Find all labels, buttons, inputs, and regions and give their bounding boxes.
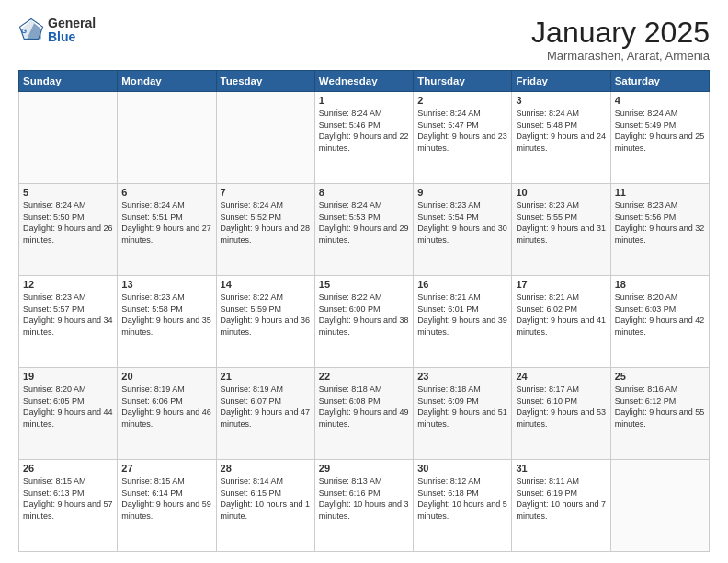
daylight-text: Daylight: 10 hours and 5 minutes.	[417, 499, 507, 522]
day-info: Sunrise: 8:23 AMSunset: 5:57 PMDaylight:…	[23, 292, 113, 338]
daylight-text: Daylight: 10 hours and 3 minutes.	[319, 499, 409, 522]
day-number: 30	[417, 463, 507, 474]
daylight-text: Daylight: 9 hours and 29 minutes.	[319, 223, 409, 246]
day-info: Sunrise: 8:24 AMSunset: 5:51 PMDaylight:…	[121, 200, 211, 246]
title-block: January 2025 Marmarashen, Ararat, Armeni…	[531, 17, 710, 63]
day-info: Sunrise: 8:23 AMSunset: 5:55 PMDaylight:…	[516, 200, 606, 246]
day-cell-14: 14Sunrise: 8:22 AMSunset: 5:59 PMDayligh…	[216, 276, 314, 368]
day-number: 23	[417, 371, 507, 382]
daylight-text: Daylight: 10 hours and 7 minutes.	[516, 499, 606, 522]
sunset-text: Sunset: 6:09 PM	[417, 396, 507, 408]
month-title: January 2025	[531, 17, 710, 49]
weekday-header-wednesday: Wednesday	[314, 71, 413, 92]
day-info: Sunrise: 8:13 AMSunset: 6:16 PMDaylight:…	[319, 476, 409, 522]
calendar: SundayMondayTuesdayWednesdayThursdayFrid…	[18, 70, 710, 552]
sunrise-text: Sunrise: 8:15 AM	[23, 476, 113, 488]
day-info: Sunrise: 8:18 AMSunset: 6:08 PMDaylight:…	[319, 384, 409, 430]
day-info: Sunrise: 8:14 AMSunset: 6:15 PMDaylight:…	[221, 476, 311, 522]
sunset-text: Sunset: 6:10 PM	[516, 396, 606, 408]
daylight-text: Daylight: 9 hours and 53 minutes.	[516, 407, 606, 430]
sunset-text: Sunset: 5:56 PM	[615, 212, 705, 224]
sunrise-text: Sunrise: 8:24 AM	[23, 200, 113, 212]
sunrise-text: Sunrise: 8:24 AM	[417, 108, 507, 120]
sunset-text: Sunset: 6:06 PM	[121, 396, 211, 408]
sunset-text: Sunset: 5:59 PM	[221, 304, 311, 316]
weekday-header-monday: Monday	[118, 71, 216, 92]
day-cell-15: 15Sunrise: 8:22 AMSunset: 6:00 PMDayligh…	[314, 276, 413, 368]
weekday-header-saturday: Saturday	[610, 71, 709, 92]
day-cell-28: 28Sunrise: 8:14 AMSunset: 6:15 PMDayligh…	[216, 460, 314, 552]
day-number: 13	[121, 279, 211, 290]
day-number: 3	[516, 95, 606, 106]
day-cell-21: 21Sunrise: 8:19 AMSunset: 6:07 PMDayligh…	[216, 368, 314, 460]
sunrise-text: Sunrise: 8:23 AM	[615, 200, 705, 212]
sunrise-text: Sunrise: 8:22 AM	[319, 292, 409, 304]
sunrise-text: Sunrise: 8:23 AM	[417, 200, 507, 212]
day-number: 11	[615, 187, 705, 198]
daylight-text: Daylight: 9 hours and 55 minutes.	[615, 407, 705, 430]
sunrise-text: Sunrise: 8:24 AM	[319, 200, 409, 212]
day-number: 5	[23, 187, 113, 198]
sunrise-text: Sunrise: 8:18 AM	[417, 384, 507, 396]
sunrise-text: Sunrise: 8:14 AM	[221, 476, 311, 488]
day-cell-18: 18Sunrise: 8:20 AMSunset: 6:03 PMDayligh…	[610, 276, 709, 368]
sunset-text: Sunset: 6:02 PM	[516, 304, 606, 316]
sunset-text: Sunset: 6:14 PM	[121, 488, 211, 500]
day-info: Sunrise: 8:16 AMSunset: 6:12 PMDaylight:…	[615, 384, 705, 430]
sunrise-text: Sunrise: 8:12 AM	[417, 476, 507, 488]
daylight-text: Daylight: 9 hours and 41 minutes.	[516, 315, 606, 338]
day-cell-4: 4Sunrise: 8:24 AMSunset: 5:49 PMDaylight…	[610, 92, 709, 184]
week-row-2: 5Sunrise: 8:24 AMSunset: 5:50 PMDaylight…	[19, 184, 710, 276]
day-info: Sunrise: 8:24 AMSunset: 5:46 PMDaylight:…	[319, 108, 409, 154]
daylight-text: Daylight: 9 hours and 46 minutes.	[121, 407, 211, 430]
day-cell-17: 17Sunrise: 8:21 AMSunset: 6:02 PMDayligh…	[512, 276, 610, 368]
weekday-header-row: SundayMondayTuesdayWednesdayThursdayFrid…	[19, 71, 710, 92]
sunrise-text: Sunrise: 8:23 AM	[121, 292, 211, 304]
sunset-text: Sunset: 5:49 PM	[615, 120, 705, 132]
header: G General Blue January 2025 Marmarashen,…	[18, 17, 710, 63]
week-row-1: 1Sunrise: 8:24 AMSunset: 5:46 PMDaylight…	[19, 92, 710, 184]
day-cell-9: 9Sunrise: 8:23 AMSunset: 5:54 PMDaylight…	[414, 184, 512, 276]
svg-text:G: G	[21, 28, 27, 36]
day-cell-3: 3Sunrise: 8:24 AMSunset: 5:48 PMDaylight…	[512, 92, 610, 184]
sunrise-text: Sunrise: 8:23 AM	[23, 292, 113, 304]
sunrise-text: Sunrise: 8:24 AM	[615, 108, 705, 120]
day-info: Sunrise: 8:15 AMSunset: 6:13 PMDaylight:…	[23, 476, 113, 522]
day-cell-13: 13Sunrise: 8:23 AMSunset: 5:58 PMDayligh…	[118, 276, 216, 368]
day-info: Sunrise: 8:12 AMSunset: 6:18 PMDaylight:…	[417, 476, 507, 522]
day-cell-30: 30Sunrise: 8:12 AMSunset: 6:18 PMDayligh…	[414, 460, 512, 552]
daylight-text: Daylight: 9 hours and 30 minutes.	[417, 223, 507, 246]
day-info: Sunrise: 8:24 AMSunset: 5:48 PMDaylight:…	[516, 108, 606, 154]
sunset-text: Sunset: 6:13 PM	[23, 488, 113, 500]
week-row-5: 26Sunrise: 8:15 AMSunset: 6:13 PMDayligh…	[19, 460, 710, 552]
sunset-text: Sunset: 6:18 PM	[417, 488, 507, 500]
sunset-text: Sunset: 5:52 PM	[221, 212, 311, 224]
sunrise-text: Sunrise: 8:17 AM	[516, 384, 606, 396]
sunrise-text: Sunrise: 8:24 AM	[121, 200, 211, 212]
weekday-header-friday: Friday	[512, 71, 610, 92]
day-number: 18	[615, 279, 705, 290]
sunset-text: Sunset: 6:03 PM	[615, 304, 705, 316]
daylight-text: Daylight: 9 hours and 22 minutes.	[319, 131, 409, 154]
day-cell-11: 11Sunrise: 8:23 AMSunset: 5:56 PMDayligh…	[610, 184, 709, 276]
day-info: Sunrise: 8:17 AMSunset: 6:10 PMDaylight:…	[516, 384, 606, 430]
sunrise-text: Sunrise: 8:19 AM	[221, 384, 311, 396]
empty-cell	[216, 92, 314, 184]
daylight-text: Daylight: 9 hours and 57 minutes.	[23, 499, 113, 522]
day-number: 31	[516, 463, 606, 474]
empty-cell	[610, 460, 709, 552]
sunset-text: Sunset: 6:15 PM	[221, 488, 311, 500]
daylight-text: Daylight: 10 hours and 1 minute.	[221, 499, 311, 522]
sunrise-text: Sunrise: 8:13 AM	[319, 476, 409, 488]
sunset-text: Sunset: 6:12 PM	[615, 396, 705, 408]
day-info: Sunrise: 8:24 AMSunset: 5:52 PMDaylight:…	[221, 200, 311, 246]
sunset-text: Sunset: 6:19 PM	[516, 488, 606, 500]
sunrise-text: Sunrise: 8:20 AM	[615, 292, 705, 304]
sunset-text: Sunset: 5:50 PM	[23, 212, 113, 224]
day-number: 15	[319, 279, 409, 290]
day-cell-31: 31Sunrise: 8:11 AMSunset: 6:19 PMDayligh…	[512, 460, 610, 552]
logo: G General Blue	[18, 17, 96, 45]
daylight-text: Daylight: 9 hours and 24 minutes.	[516, 131, 606, 154]
day-number: 24	[516, 371, 606, 382]
sunrise-text: Sunrise: 8:11 AM	[516, 476, 606, 488]
